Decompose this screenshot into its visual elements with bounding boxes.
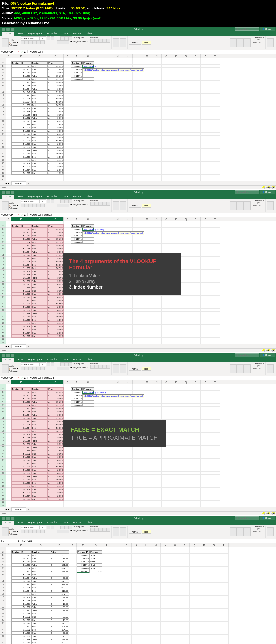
data-cell[interactable]: Bed — [31, 299, 47, 302]
lookup-id-cell[interactable]: 311252 — [71, 391, 82, 394]
row-header-24[interactable]: 24 — [0, 622, 6, 625]
search-input[interactable] — [235, 353, 259, 357]
row-header-24[interactable]: 24 — [0, 133, 6, 136]
data-cell[interactable]: Bed — [31, 391, 47, 394]
col-header-Q[interactable]: Q — [181, 217, 191, 221]
row-header-5[interactable]: 5 — [0, 234, 6, 237]
select-all-corner[interactable] — [0, 543, 6, 547]
col-header-O[interactable]: O — [162, 54, 171, 58]
col-header-J[interactable]: J — [122, 543, 132, 547]
confirm-icon[interactable]: ✓ — [20, 213, 23, 216]
data-cell[interactable]: 111231 — [11, 570, 31, 573]
row-header-23[interactable]: 23 — [0, 618, 6, 622]
lookup-result-cell[interactable] — [82, 240, 94, 244]
row-header-10[interactable]: 10 — [0, 413, 6, 416]
ribbon-tab-insert[interactable]: Insert — [14, 521, 26, 525]
row-header-21[interactable]: 21 — [0, 286, 6, 289]
data-cell[interactable]: 311254 — [11, 413, 31, 416]
row-header-26[interactable]: 26 — [0, 628, 6, 631]
data-cell[interactable]: 511265 — [11, 497, 31, 501]
font-size-selector[interactable] — [40, 199, 46, 203]
header-product[interactable]: Product — [31, 387, 47, 391]
row-header-18[interactable]: 18 — [0, 602, 6, 605]
lookup-result-cell[interactable] — [82, 404, 94, 407]
lookup-result-cell[interactable] — [82, 400, 94, 404]
data-cell[interactable]: Chair — [31, 573, 50, 576]
sheet-tab-vlookup[interactable]: Vlook Up — [11, 507, 26, 511]
row-header-6[interactable]: 6 — [0, 400, 6, 404]
align-top-icon[interactable] — [60, 36, 64, 40]
data-cell[interactable]: £759.99 — [47, 299, 64, 302]
insert-button[interactable] — [230, 201, 237, 210]
row-header-11[interactable]: 11 — [0, 579, 6, 583]
data-cell[interactable]: Chair — [31, 468, 47, 472]
fill-color-icon[interactable] — [37, 40, 41, 44]
decrease-font-icon[interactable] — [51, 362, 54, 366]
italic-icon[interactable] — [25, 204, 29, 207]
data-cell[interactable]: £39.99 — [47, 279, 64, 283]
decrease-font-icon[interactable] — [51, 36, 54, 40]
data-cell[interactable]: 311247 — [11, 283, 31, 286]
row-header-15[interactable]: 15 — [0, 592, 6, 596]
data-cell[interactable]: 511273 — [11, 394, 31, 397]
data-cell[interactable]: 511265 — [11, 334, 31, 338]
align-left-icon[interactable] — [57, 367, 61, 370]
row-header-28[interactable]: 28 — [0, 635, 6, 638]
data-cell[interactable]: Bed — [31, 302, 47, 305]
fx-icon[interactable]: fx — [24, 377, 26, 379]
col-header-S[interactable]: S — [201, 217, 210, 221]
sort-filter-button[interactable] — [267, 38, 274, 47]
data-cell[interactable]: Chair — [31, 84, 47, 87]
add-sheet-button[interactable]: + — [26, 182, 31, 185]
data-cell[interactable]: 511267 — [11, 331, 31, 334]
align-right-icon[interactable] — [65, 367, 69, 370]
col-header-Q[interactable]: Q — [181, 380, 191, 384]
formula-input[interactable]: 5647392 — [21, 540, 276, 542]
name-box[interactable]: VLOOKUP — [0, 377, 16, 379]
data-cell[interactable]: 111238 — [11, 423, 31, 426]
col-header-I[interactable]: I — [104, 217, 113, 221]
data-cell[interactable]: Table — [31, 276, 47, 279]
data-cell[interactable]: £527.99 — [50, 567, 69, 570]
data-cell[interactable]: 311246 — [11, 312, 31, 315]
data-cell[interactable]: Chair — [31, 289, 47, 292]
row-header-16[interactable]: 16 — [0, 270, 6, 273]
insert-button[interactable] — [230, 364, 237, 373]
data-cell[interactable]: £29.99 — [47, 107, 64, 110]
row-header-19[interactable]: 19 — [0, 279, 6, 283]
row-header-19[interactable]: 19 — [0, 116, 6, 120]
cancel-icon[interactable]: ✕ — [17, 377, 20, 379]
data-cell[interactable]: £759.99 — [47, 136, 64, 139]
cell-style-normal[interactable]: Normal — [129, 367, 141, 371]
name-box[interactable]: F8 — [0, 540, 16, 542]
data-cell[interactable]: Chair — [31, 455, 47, 459]
undo-icon[interactable] — [6, 354, 10, 357]
data-cell[interactable]: Chair — [31, 171, 47, 175]
data-cell[interactable]: £39.99 — [47, 328, 64, 331]
cell-style-normal[interactable]: Normal — [129, 530, 141, 534]
data-cell[interactable]: Chair — [31, 126, 47, 129]
data-cell[interactable]: Bed — [31, 155, 47, 158]
data-cell[interactable]: £19.99 — [47, 273, 64, 276]
data-cell[interactable]: £19.99 — [47, 129, 64, 133]
data-cell[interactable]: Chair — [31, 68, 47, 71]
data-cell[interactable]: 511268 — [11, 573, 31, 576]
data-cell[interactable]: 511273 — [11, 557, 31, 560]
data-cell[interactable]: 511272 — [11, 615, 31, 618]
data-cell[interactable]: £824.99 — [50, 628, 69, 631]
row-header-37[interactable]: 37 — [0, 501, 6, 504]
data-cell[interactable]: Chair — [31, 410, 47, 413]
col-header-M[interactable]: M — [151, 543, 161, 547]
data-cell[interactable]: Table — [31, 442, 47, 446]
data-cell[interactable]: £319.99 — [47, 90, 64, 94]
data-cell[interactable]: 111239 — [11, 318, 31, 321]
align-middle-icon[interactable] — [64, 526, 68, 529]
search-input[interactable] — [235, 516, 259, 520]
col-header-I[interactable]: I — [112, 543, 122, 547]
data-cell[interactable]: 311247 — [11, 609, 31, 612]
percent-icon[interactable] — [94, 528, 98, 532]
lookup-header-product-id[interactable]: Product ID — [71, 224, 82, 228]
row-header-19[interactable]: 19 — [0, 605, 6, 609]
bold-icon[interactable] — [21, 40, 25, 44]
row-header-3[interactable]: 3 — [0, 391, 6, 394]
